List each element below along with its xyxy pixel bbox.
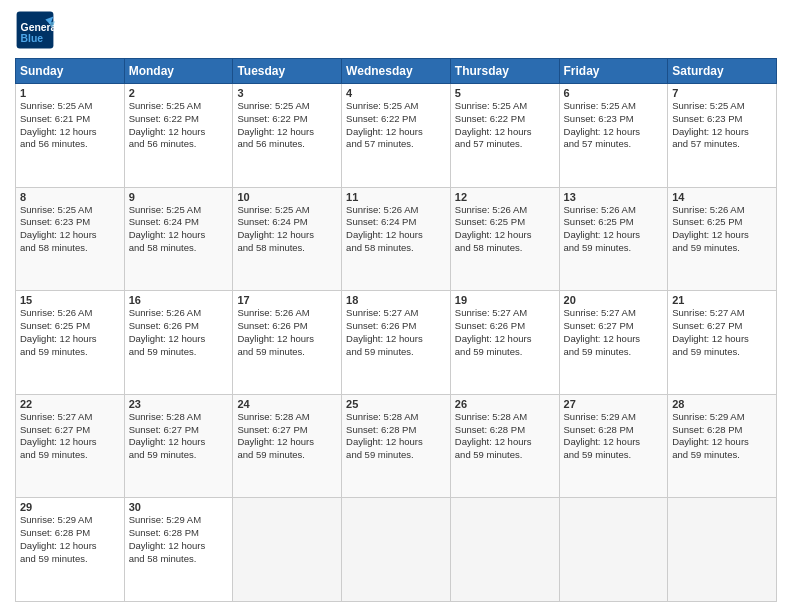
calendar-cell: 19Sunrise: 5:27 AMSunset: 6:26 PMDayligh…: [450, 291, 559, 395]
calendar-cell: 25Sunrise: 5:28 AMSunset: 6:28 PMDayligh…: [342, 394, 451, 498]
day-number: 12: [455, 191, 555, 203]
day-number: 18: [346, 294, 446, 306]
day-info: Sunrise: 5:29 AMSunset: 6:28 PMDaylight:…: [672, 411, 772, 462]
day-number: 14: [672, 191, 772, 203]
day-info: Sunrise: 5:29 AMSunset: 6:28 PMDaylight:…: [20, 514, 120, 565]
calendar-cell: [342, 498, 451, 602]
calendar-cell: 29Sunrise: 5:29 AMSunset: 6:28 PMDayligh…: [16, 498, 125, 602]
weekday-header: Saturday: [668, 59, 777, 84]
calendar-cell: 9Sunrise: 5:25 AMSunset: 6:24 PMDaylight…: [124, 187, 233, 291]
calendar-cell: 7Sunrise: 5:25 AMSunset: 6:23 PMDaylight…: [668, 84, 777, 188]
calendar-cell: 28Sunrise: 5:29 AMSunset: 6:28 PMDayligh…: [668, 394, 777, 498]
day-info: Sunrise: 5:25 AMSunset: 6:23 PMDaylight:…: [20, 204, 120, 255]
calendar-cell: 26Sunrise: 5:28 AMSunset: 6:28 PMDayligh…: [450, 394, 559, 498]
day-info: Sunrise: 5:26 AMSunset: 6:25 PMDaylight:…: [564, 204, 664, 255]
day-info: Sunrise: 5:26 AMSunset: 6:25 PMDaylight:…: [672, 204, 772, 255]
day-number: 7: [672, 87, 772, 99]
logo: General Blue: [15, 10, 55, 50]
page: General Blue SundayMondayTuesdayWednesda…: [0, 0, 792, 612]
day-number: 30: [129, 501, 229, 513]
calendar-cell: 11Sunrise: 5:26 AMSunset: 6:24 PMDayligh…: [342, 187, 451, 291]
day-info: Sunrise: 5:28 AMSunset: 6:27 PMDaylight:…: [237, 411, 337, 462]
day-number: 13: [564, 191, 664, 203]
day-number: 11: [346, 191, 446, 203]
day-info: Sunrise: 5:27 AMSunset: 6:26 PMDaylight:…: [346, 307, 446, 358]
day-number: 16: [129, 294, 229, 306]
day-info: Sunrise: 5:27 AMSunset: 6:27 PMDaylight:…: [20, 411, 120, 462]
weekday-header: Sunday: [16, 59, 125, 84]
day-info: Sunrise: 5:26 AMSunset: 6:26 PMDaylight:…: [129, 307, 229, 358]
day-number: 6: [564, 87, 664, 99]
calendar-cell: 2Sunrise: 5:25 AMSunset: 6:22 PMDaylight…: [124, 84, 233, 188]
calendar-cell: 20Sunrise: 5:27 AMSunset: 6:27 PMDayligh…: [559, 291, 668, 395]
day-number: 19: [455, 294, 555, 306]
day-number: 26: [455, 398, 555, 410]
day-info: Sunrise: 5:25 AMSunset: 6:22 PMDaylight:…: [346, 100, 446, 151]
weekday-header: Friday: [559, 59, 668, 84]
calendar-cell: 30Sunrise: 5:29 AMSunset: 6:28 PMDayligh…: [124, 498, 233, 602]
calendar-cell: 22Sunrise: 5:27 AMSunset: 6:27 PMDayligh…: [16, 394, 125, 498]
day-number: 21: [672, 294, 772, 306]
day-number: 1: [20, 87, 120, 99]
calendar-cell: 27Sunrise: 5:29 AMSunset: 6:28 PMDayligh…: [559, 394, 668, 498]
day-number: 20: [564, 294, 664, 306]
weekday-header: Monday: [124, 59, 233, 84]
header: General Blue: [15, 10, 777, 50]
day-info: Sunrise: 5:25 AMSunset: 6:24 PMDaylight:…: [237, 204, 337, 255]
day-info: Sunrise: 5:27 AMSunset: 6:26 PMDaylight:…: [455, 307, 555, 358]
day-number: 25: [346, 398, 446, 410]
day-number: 5: [455, 87, 555, 99]
calendar-cell: [668, 498, 777, 602]
day-number: 17: [237, 294, 337, 306]
svg-text:Blue: Blue: [21, 33, 44, 44]
day-info: Sunrise: 5:28 AMSunset: 6:28 PMDaylight:…: [346, 411, 446, 462]
calendar-cell: [559, 498, 668, 602]
day-number: 4: [346, 87, 446, 99]
calendar-cell: 17Sunrise: 5:26 AMSunset: 6:26 PMDayligh…: [233, 291, 342, 395]
calendar-cell: 14Sunrise: 5:26 AMSunset: 6:25 PMDayligh…: [668, 187, 777, 291]
day-number: 10: [237, 191, 337, 203]
day-info: Sunrise: 5:25 AMSunset: 6:22 PMDaylight:…: [455, 100, 555, 151]
calendar-cell: 23Sunrise: 5:28 AMSunset: 6:27 PMDayligh…: [124, 394, 233, 498]
calendar-cell: 16Sunrise: 5:26 AMSunset: 6:26 PMDayligh…: [124, 291, 233, 395]
calendar-cell: 4Sunrise: 5:25 AMSunset: 6:22 PMDaylight…: [342, 84, 451, 188]
day-number: 15: [20, 294, 120, 306]
day-info: Sunrise: 5:26 AMSunset: 6:24 PMDaylight:…: [346, 204, 446, 255]
calendar-cell: 13Sunrise: 5:26 AMSunset: 6:25 PMDayligh…: [559, 187, 668, 291]
day-number: 3: [237, 87, 337, 99]
day-info: Sunrise: 5:25 AMSunset: 6:22 PMDaylight:…: [237, 100, 337, 151]
calendar-cell: 15Sunrise: 5:26 AMSunset: 6:25 PMDayligh…: [16, 291, 125, 395]
day-info: Sunrise: 5:25 AMSunset: 6:23 PMDaylight:…: [564, 100, 664, 151]
calendar-cell: 10Sunrise: 5:25 AMSunset: 6:24 PMDayligh…: [233, 187, 342, 291]
calendar-cell: 21Sunrise: 5:27 AMSunset: 6:27 PMDayligh…: [668, 291, 777, 395]
day-number: 27: [564, 398, 664, 410]
day-number: 29: [20, 501, 120, 513]
day-info: Sunrise: 5:28 AMSunset: 6:28 PMDaylight:…: [455, 411, 555, 462]
calendar-cell: 8Sunrise: 5:25 AMSunset: 6:23 PMDaylight…: [16, 187, 125, 291]
day-info: Sunrise: 5:27 AMSunset: 6:27 PMDaylight:…: [672, 307, 772, 358]
weekday-header: Wednesday: [342, 59, 451, 84]
day-info: Sunrise: 5:29 AMSunset: 6:28 PMDaylight:…: [129, 514, 229, 565]
weekday-header: Thursday: [450, 59, 559, 84]
calendar-cell: 5Sunrise: 5:25 AMSunset: 6:22 PMDaylight…: [450, 84, 559, 188]
day-info: Sunrise: 5:26 AMSunset: 6:25 PMDaylight:…: [455, 204, 555, 255]
day-info: Sunrise: 5:27 AMSunset: 6:27 PMDaylight:…: [564, 307, 664, 358]
day-info: Sunrise: 5:29 AMSunset: 6:28 PMDaylight:…: [564, 411, 664, 462]
calendar-cell: 24Sunrise: 5:28 AMSunset: 6:27 PMDayligh…: [233, 394, 342, 498]
day-info: Sunrise: 5:26 AMSunset: 6:25 PMDaylight:…: [20, 307, 120, 358]
calendar-cell: 18Sunrise: 5:27 AMSunset: 6:26 PMDayligh…: [342, 291, 451, 395]
day-info: Sunrise: 5:28 AMSunset: 6:27 PMDaylight:…: [129, 411, 229, 462]
calendar-cell: 1Sunrise: 5:25 AMSunset: 6:21 PMDaylight…: [16, 84, 125, 188]
day-info: Sunrise: 5:25 AMSunset: 6:23 PMDaylight:…: [672, 100, 772, 151]
calendar-cell: 12Sunrise: 5:26 AMSunset: 6:25 PMDayligh…: [450, 187, 559, 291]
day-info: Sunrise: 5:25 AMSunset: 6:21 PMDaylight:…: [20, 100, 120, 151]
calendar-table: SundayMondayTuesdayWednesdayThursdayFrid…: [15, 58, 777, 602]
day-info: Sunrise: 5:26 AMSunset: 6:26 PMDaylight:…: [237, 307, 337, 358]
day-number: 2: [129, 87, 229, 99]
day-info: Sunrise: 5:25 AMSunset: 6:22 PMDaylight:…: [129, 100, 229, 151]
day-number: 8: [20, 191, 120, 203]
logo-icon: General Blue: [15, 10, 55, 50]
calendar-cell: 3Sunrise: 5:25 AMSunset: 6:22 PMDaylight…: [233, 84, 342, 188]
day-number: 28: [672, 398, 772, 410]
calendar-cell: 6Sunrise: 5:25 AMSunset: 6:23 PMDaylight…: [559, 84, 668, 188]
